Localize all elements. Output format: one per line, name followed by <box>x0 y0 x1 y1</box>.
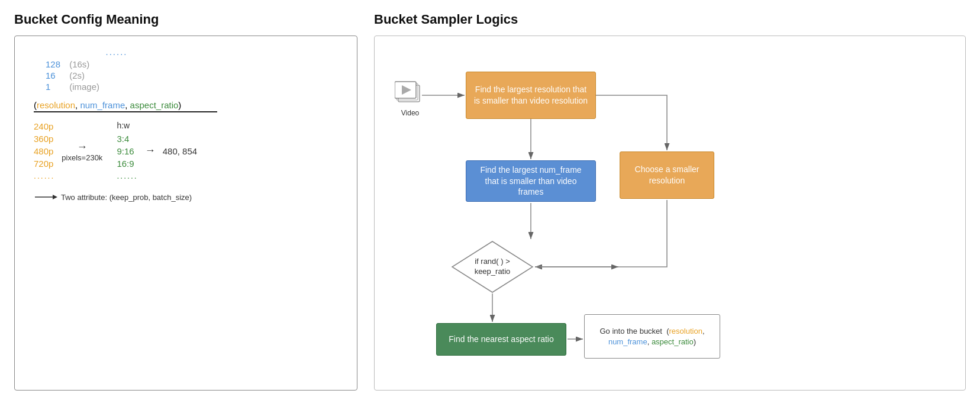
pixels-label: pixels=230k <box>62 153 102 162</box>
frame-line-3: 1 (image) <box>46 82 343 92</box>
hw-header: h:w <box>117 121 137 130</box>
arrow-pixels: → pixels=230k <box>62 140 102 162</box>
video-label: Video <box>401 109 419 117</box>
attr-line: Two attribute: (keep_prob, batch_size) <box>34 191 343 203</box>
video-icon <box>395 80 425 107</box>
box5-aspect: aspect_ratio <box>652 337 694 346</box>
res-col: 240p 360p 480p 720p ...... <box>34 121 54 180</box>
box-bucket: Go into the bucket (resolution,num_frame… <box>584 314 720 359</box>
video-icon-group: Video <box>395 80 425 117</box>
arrow-result: → <box>145 144 156 157</box>
box-find-resolution: Find the largest resolution that is smal… <box>466 72 596 119</box>
main-container: Bucket Config Meaning ...... 128 (16s) 1… <box>14 12 966 391</box>
frame-line-1: 128 (16s) <box>46 59 343 69</box>
left-title: Bucket Config Meaning <box>14 12 357 27</box>
frame-num-2: 16 <box>46 70 67 80</box>
frame-num-1: 128 <box>46 59 67 69</box>
box5-resolution: resolution <box>669 327 702 336</box>
box-find-aspect: Find the nearest aspect ratio <box>436 323 566 356</box>
dots-top: ...... <box>69 47 164 57</box>
box-choose-resolution: Choose a smaller resolution <box>620 151 714 199</box>
res-480: 480p <box>34 146 54 156</box>
frame-line-2: 16 (2s) <box>46 70 343 80</box>
frame-num-3: 1 <box>46 82 67 92</box>
box-find-numframe: Find the largest num_frame that is small… <box>466 160 596 202</box>
frame-label-3: (image) <box>69 82 99 92</box>
right-box: Video Find the largest resolution that i… <box>374 36 966 391</box>
resolution-grid: 240p 360p 480p 720p ...... → pixels=230k… <box>34 121 343 180</box>
attr-arrow-icon <box>34 191 57 203</box>
ratio-1: 3:4 <box>117 134 137 144</box>
box5-content: Go into the bucket (resolution,num_frame… <box>599 326 704 347</box>
tuple-resolution: resolution <box>37 100 75 110</box>
tuple-aspect: aspect_ratio <box>130 100 179 110</box>
left-panel: Bucket Config Meaning ...... 128 (16s) 1… <box>14 12 357 391</box>
left-box: ...... 128 (16s) 16 (2s) 1 (image) ( <box>14 36 357 391</box>
dots-ratio: ...... <box>117 171 137 180</box>
ratio-2: 9:16 <box>117 146 137 156</box>
box5-numframe: num_frame <box>608 337 647 346</box>
diamond-text: if rand( ) >keep_ratio <box>475 257 511 277</box>
res-result: 480, 854 <box>163 146 197 156</box>
dots-res: ...... <box>34 171 54 180</box>
flowchart: Video Find the largest resolution that i… <box>389 48 951 378</box>
frame-lines: 128 (16s) 16 (2s) 1 (image) <box>34 59 343 92</box>
tuple-line: (resolution, num_frame, aspect_ratio) <box>34 100 343 112</box>
hw-col: h:w 3:4 9:16 16:9 ...... <box>117 121 137 180</box>
attr-text: Two attribute: (keep_prob, batch_size) <box>61 193 192 202</box>
res-240: 240p <box>34 121 54 131</box>
diamond-rand: if rand( ) >keep_ratio <box>451 240 534 293</box>
tuple-numframe: num_frame <box>80 100 125 110</box>
res-360: 360p <box>34 134 54 144</box>
right-panel: Bucket Sampler Logics Video <box>357 12 966 391</box>
tuple-c2: , <box>125 100 130 110</box>
frame-label-1: (16s) <box>69 59 89 69</box>
tuple-suffix: ) <box>178 100 181 110</box>
svg-marker-1 <box>53 195 57 199</box>
ratio-3: 16:9 <box>117 159 137 169</box>
res-720: 720p <box>34 159 54 169</box>
frame-label-2: (2s) <box>69 70 85 80</box>
right-title: Bucket Sampler Logics <box>374 12 966 27</box>
